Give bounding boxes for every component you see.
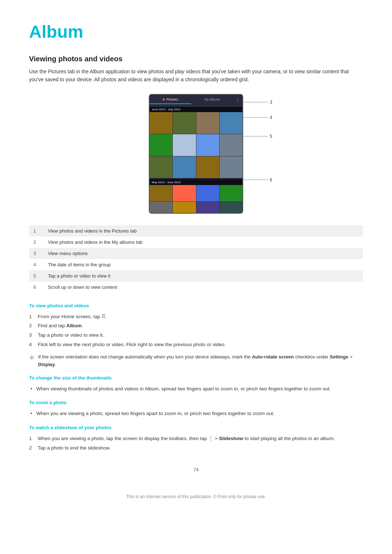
photo-cell — [220, 202, 242, 214]
diagram-container: Pictures My albums ⋮ June 2013 - July 20… — [29, 94, 363, 214]
item-number: 1 — [29, 435, 32, 443]
phone-tab-pictures: Pictures — [150, 97, 191, 104]
table-row: 2View photos and videos in the My albums… — [29, 237, 363, 248]
bullet-list: When viewing thumbnails of photos and vi… — [29, 384, 363, 394]
subsection-heading: To view photos and videos — [29, 303, 363, 308]
phone-tab-albums: My albums — [191, 97, 233, 104]
row-num: 6 — [29, 282, 44, 293]
row-num: 2 — [29, 237, 44, 248]
photo-cell — [220, 185, 242, 201]
date-label-1: June 2013 - July 2013 — [150, 107, 242, 112]
row-desc: View menu options — [44, 248, 363, 259]
subsection-heading: To zoom a photo — [29, 400, 363, 405]
row-num: 5 — [29, 270, 44, 282]
row-num: 3 — [29, 248, 44, 259]
subsection-heading: To change the size of the thumbnails — [29, 375, 363, 381]
photo-cell — [150, 112, 172, 134]
list-item: When viewing thumbnails of photos and vi… — [29, 384, 363, 394]
photo-cell — [173, 134, 196, 156]
row-desc: The date of items in the group — [44, 259, 363, 270]
tip-text: If the screen orientation does not chang… — [38, 353, 363, 369]
photo-cell — [173, 185, 196, 201]
list-item: 2Tap a photo to end the slideshow. — [29, 443, 363, 453]
photo-cell — [173, 112, 196, 134]
row-desc: Scroll up or down to view content — [44, 282, 363, 293]
table-row: 1View photos and videos in the Pictures … — [29, 225, 363, 237]
item-number: 1 — [29, 313, 32, 321]
table-row: 6Scroll up or down to view content — [29, 282, 363, 293]
item-number: 2 — [29, 322, 32, 330]
callout-1: 1 — [176, 98, 179, 103]
table-row: 4The date of items in the group — [29, 259, 363, 270]
reference-table: 1View photos and videos in the Pictures … — [29, 225, 363, 293]
item-number: 3 — [29, 331, 32, 339]
photo-cell — [196, 156, 219, 178]
numbered-list: 1When you are viewing a photo, tap the s… — [29, 434, 363, 452]
page-footer: This is an Internet version of this publ… — [29, 494, 363, 499]
photo-cell — [196, 185, 219, 201]
row-desc: View photos and videos in the My albums … — [44, 237, 363, 248]
table-row: 5Tap a photo or video to view it — [29, 270, 363, 282]
list-item: 3Tap a photo or video to view it. — [29, 331, 363, 340]
page-title: Album — [29, 22, 363, 42]
tip-box: ✳If the screen orientation does not chan… — [29, 353, 363, 369]
section-heading: Viewing photos and videos — [29, 55, 363, 63]
photo-cell — [220, 112, 242, 134]
photo-grid-2 — [150, 185, 242, 214]
item-number: 2 — [29, 444, 32, 452]
photo-cell — [150, 185, 172, 201]
list-item: 1When you are viewing a photo, tap the s… — [29, 434, 363, 443]
phone-mockup: Pictures My albums ⋮ June 2013 - July 20… — [149, 94, 243, 214]
list-item: 2Find and tap Album. — [29, 321, 363, 331]
row-desc: Tap a photo or video to view it — [44, 270, 363, 282]
photo-cell — [220, 134, 242, 156]
photo-cell — [196, 134, 219, 156]
photo-cell — [173, 156, 196, 178]
callout-6: 6 — [243, 177, 272, 182]
photo-cell — [150, 202, 172, 214]
date-label-2: May 2013 - June 2013 — [150, 180, 242, 185]
intro-text: Use the Pictures tab in the Album applic… — [29, 67, 363, 84]
callout-2: 2 — [203, 98, 205, 103]
photo-cell — [196, 112, 219, 134]
photo-grid-1 — [150, 112, 242, 178]
bullet-list: When you are viewing a photo, spread two… — [29, 409, 363, 418]
callout-4: 4 — [243, 115, 272, 120]
tip-icon: ✳ — [29, 353, 34, 363]
page-number: 74 — [29, 467, 363, 472]
list-item: 4Flick left to view the next photo or vi… — [29, 340, 363, 349]
row-desc: View photos and videos in the Pictures t… — [44, 225, 363, 237]
photo-cell — [173, 202, 196, 214]
photo-cell — [196, 202, 219, 214]
photo-cell — [220, 156, 242, 178]
photo-cell — [150, 134, 172, 156]
table-row: 3View menu options — [29, 248, 363, 259]
row-num: 1 — [29, 225, 44, 237]
photo-cell — [150, 156, 172, 178]
phone-menu-icon: ⋮ — [233, 97, 242, 104]
callout-5: 5 — [243, 134, 272, 139]
row-num: 4 — [29, 259, 44, 270]
numbered-list: 1From your Home screen, tap ⠿.2Find and … — [29, 312, 363, 349]
item-number: 4 — [29, 341, 32, 349]
list-item: 1From your Home screen, tap ⠿. — [29, 312, 363, 321]
callout-3: 3 — [243, 100, 272, 105]
subsection-heading: To watch a slideshow of your photos — [29, 425, 363, 430]
list-item: When you are viewing a photo, spread two… — [29, 409, 363, 418]
